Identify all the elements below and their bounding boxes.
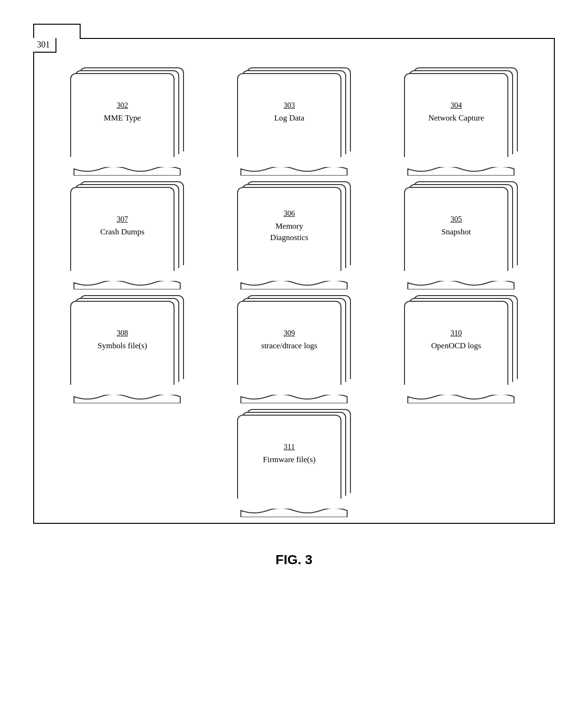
card-307-title: Crash Dumps [100, 226, 144, 238]
card-304-title: Network Capture [428, 112, 484, 124]
card-305-title: Snapshot [441, 226, 471, 238]
card-311: 311 Firmware file(s) [237, 409, 351, 504]
wave-302 [69, 167, 185, 176]
card-311-number: 311 [284, 443, 294, 451]
wave-304 [403, 167, 519, 176]
card-310: 310 OpenOCD logs [404, 295, 518, 390]
card-303: 303 Log Data [237, 67, 351, 162]
card-302: 302 MME Type [70, 67, 184, 162]
card-309-number: 309 [284, 329, 295, 337]
wave-308 [69, 395, 185, 403]
card-307: 307 Crash Dumps [70, 181, 184, 276]
card-304: 304 Network Capture [404, 67, 518, 162]
card-302-title: MME Type [104, 112, 141, 124]
diagram-container: 301 302 MME Type 303 Log Data [33, 38, 555, 524]
wave-307 [69, 281, 185, 289]
card-303-number: 303 [284, 101, 295, 110]
figure-caption: FIG. 3 [276, 552, 312, 567]
wave-311 [236, 509, 352, 517]
wave-309 [236, 395, 352, 403]
diagram-id: 301 [33, 38, 56, 53]
card-303-title: Log Data [274, 112, 304, 124]
card-305-number: 305 [450, 215, 462, 223]
card-306-number: 306 [284, 209, 295, 218]
wave-303 [236, 167, 352, 176]
last-row: 311 Firmware file(s) [53, 409, 535, 504]
wave-306 [236, 281, 352, 289]
card-308: 308 Symbols file(s) [70, 295, 184, 390]
tab-notch [33, 24, 81, 39]
card-311-title: Firmware file(s) [263, 454, 316, 465]
wave-305 [403, 281, 519, 289]
card-308-title: Symbols file(s) [98, 340, 147, 352]
card-310-number: 310 [450, 329, 462, 337]
card-309-title: strace/dtrace logs [261, 340, 317, 352]
card-306-title: MemoryDiagnostics [270, 221, 308, 243]
card-305: 305 Snapshot [404, 181, 518, 276]
card-310-title: OpenOCD logs [431, 340, 481, 352]
card-309: 309 strace/dtrace logs [237, 295, 351, 390]
card-304-number: 304 [450, 101, 462, 110]
card-306: 306 MemoryDiagnostics [237, 181, 351, 276]
card-grid: 302 MME Type 303 Log Data [53, 67, 535, 390]
wave-310 [403, 395, 519, 403]
card-302-number: 302 [117, 101, 128, 110]
card-307-number: 307 [117, 215, 128, 223]
card-308-number: 308 [117, 329, 128, 337]
